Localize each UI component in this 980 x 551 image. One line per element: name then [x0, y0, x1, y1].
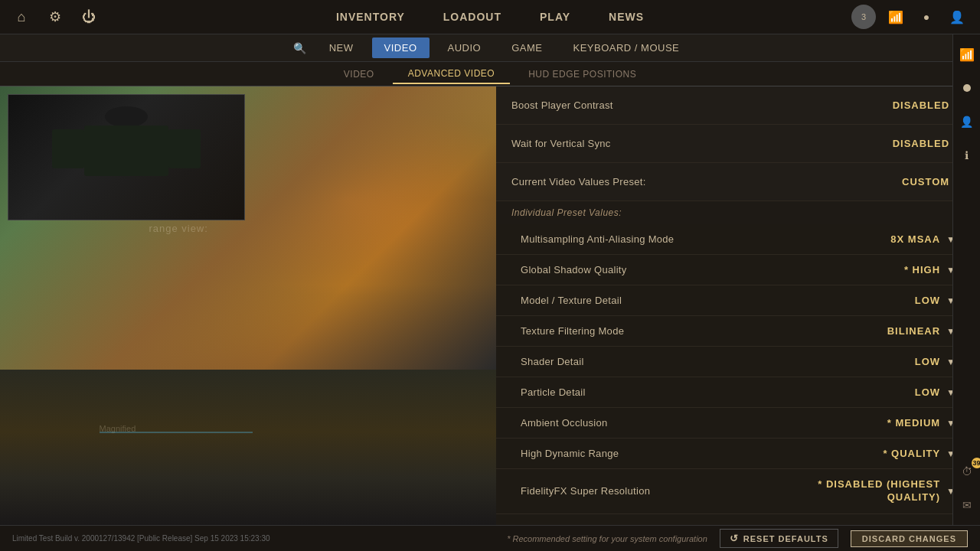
particle-detail-label: Particle Detail — [521, 386, 586, 398]
tab-hud-edge-positions[interactable]: HUD EDGE POSITIONS — [513, 65, 652, 83]
high-dynamic-range-value-container[interactable]: * QUALITY ▼ — [883, 448, 956, 459]
recommended-note: * Recommended setting for your system co… — [507, 534, 707, 543]
sidebar-mail-icon[interactable]: ✉ — [956, 494, 978, 516]
game-screenshot-top: range view: — [0, 86, 496, 370]
fidelityfx-value-container[interactable]: * DISABLED (HIGHEST QUALITY) ▼ — [787, 478, 956, 504]
tab-advanced-video[interactable]: ADVANCED VIDEO — [393, 64, 510, 84]
player-arm-right — [168, 129, 201, 168]
player-scene — [8, 95, 244, 220]
setting-shader-detail[interactable]: Shader Detail LOW ▼ — [496, 347, 980, 377]
power-icon[interactable]: ⏻ — [80, 8, 98, 26]
settings-icon[interactable]: ⚙ — [46, 8, 64, 26]
game-screenshot-bottom: Magnified — [0, 370, 496, 525]
top-nav-menu: INVENTORY LOADOUT PLAY NEWS — [336, 11, 644, 23]
timer-badge: 39 — [972, 458, 981, 468]
settings-panel: Boost Player Contrast DISABLED ▼ Wait fo… — [496, 86, 980, 525]
secondary-nav: 🔍 NEW VIDEO AUDIO GAME KEYBOARD / MOUSE — [0, 34, 980, 62]
settings-list: Boost Player Contrast DISABLED ▼ Wait fo… — [496, 86, 980, 525]
profile-top-icon[interactable]: 👤 — [946, 6, 968, 28]
sidebar-circle-icon[interactable] — [956, 77, 978, 99]
left-panel: range view: Magnified Magnification Mode… — [0, 86, 496, 525]
individual-preset-header: Individual Preset Values: — [496, 201, 980, 224]
player-figure-container — [20, 101, 232, 214]
home-icon[interactable]: ⌂ — [12, 8, 31, 26]
reset-label: RESET DEFAULTS — [743, 534, 828, 543]
shadow-quality-value-container[interactable]: * HIGH ▼ — [904, 264, 956, 276]
sec-nav-audio[interactable]: AUDIO — [436, 37, 494, 58]
wait-vertical-sync-label: Wait for Vertical Sync — [511, 138, 611, 149]
bottom-left: Limited Test Build v. 2000127/13942 [Pub… — [12, 534, 270, 543]
bottom-scene-bg — [0, 370, 496, 525]
sidebar-timer-icon[interactable]: ⏱ 39 — [956, 461, 978, 482]
particle-detail-value-container[interactable]: LOW ▼ — [915, 386, 956, 398]
range-view-label: range view: — [149, 223, 207, 234]
setting-wait-vertical-sync[interactable]: Wait for Vertical Sync DISABLED ▼ — [496, 125, 980, 163]
setting-boost-player-contrast[interactable]: Boost Player Contrast DISABLED ▼ — [496, 86, 980, 125]
discard-changes-button[interactable]: DISCARD CHANGES — [851, 530, 968, 547]
sec-nav-new[interactable]: NEW — [317, 37, 366, 58]
fidelityfx-label: FidelityFX Super Resolution — [521, 485, 650, 497]
setting-video-preset[interactable]: Current Video Values Preset: CUSTOM ▼ — [496, 163, 980, 201]
video-preset-label: Current Video Values Preset: — [511, 176, 646, 187]
avatar[interactable]: 3 — [851, 5, 876, 29]
circle-top-icon[interactable]: ● — [916, 6, 937, 28]
setting-fidelityfx[interactable]: FidelityFX Super Resolution * DISABLED (… — [496, 469, 980, 514]
top-nav-bar: ⌂ ⚙ ⏻ INVENTORY LOADOUT PLAY NEWS 3 📶 ● … — [0, 0, 980, 34]
nav-loadout[interactable]: LOADOUT — [443, 11, 501, 23]
setting-nvidia-reflex[interactable]: NVIDIA Reflex Low Latency DISABLED ▼ — [496, 514, 980, 525]
setting-shadow-quality[interactable]: Global Shadow Quality * HIGH ▼ — [496, 255, 980, 285]
setting-particle-detail[interactable]: Particle Detail LOW ▼ — [496, 377, 980, 408]
ambient-occlusion-label: Ambient Occlusion — [521, 417, 607, 429]
shader-detail-label: Shader Detail — [521, 356, 584, 367]
model-texture-value-container[interactable]: LOW ▼ — [915, 295, 956, 306]
tab-row: VIDEO ADVANCED VIDEO HUD EDGE POSITIONS — [0, 62, 980, 86]
player-overlay — [8, 94, 245, 220]
setting-high-dynamic-range[interactable]: High Dynamic Range * QUALITY ▼ — [496, 439, 980, 469]
main-content: range view: Magnified Magnification Mode… — [0, 86, 980, 525]
msaa-value-container[interactable]: 8X MSAA ▼ — [890, 233, 956, 245]
wifi-top-icon[interactable]: 📶 — [885, 6, 906, 28]
sec-nav-video[interactable]: VIDEO — [372, 37, 430, 58]
shadow-quality-label: Global Shadow Quality — [521, 264, 627, 276]
tab-video[interactable]: VIDEO — [328, 65, 390, 83]
sidebar-profile-icon[interactable]: 👤 — [956, 111, 978, 132]
player-body — [84, 126, 169, 176]
setting-model-texture[interactable]: Model / Texture Detail LOW ▼ — [496, 285, 980, 316]
setting-ambient-occlusion[interactable]: Ambient Occlusion * MEDIUM ▼ — [496, 408, 980, 439]
texture-filtering-value-container[interactable]: BILINEAR ▼ — [887, 325, 956, 337]
sec-nav-keyboard-mouse[interactable]: KEYBOARD / MOUSE — [561, 37, 692, 58]
nav-play[interactable]: PLAY — [540, 11, 570, 23]
shader-detail-value-container[interactable]: LOW ▼ — [915, 356, 956, 367]
right-sidebar: 📶 👤 ℹ ⏱ 39 ✉ — [952, 34, 980, 525]
setting-texture-filtering[interactable]: Texture Filtering Mode BILINEAR ▼ — [496, 316, 980, 347]
sidebar-info-icon[interactable]: ℹ — [956, 145, 978, 166]
search-icon[interactable]: 🔍 — [289, 37, 311, 59]
high-dynamic-range-label: High Dynamic Range — [521, 448, 619, 459]
reset-defaults-button[interactable]: ↺ RESET DEFAULTS — [720, 529, 838, 548]
player-arm-left — [52, 129, 84, 168]
ambient-occlusion-value-container[interactable]: * MEDIUM ▼ — [887, 417, 956, 429]
wait-vertical-sync-text: DISABLED — [893, 138, 949, 149]
top-nav-left-icons: ⌂ ⚙ ⏻ — [12, 8, 98, 26]
screenshot-bg: range view: — [0, 86, 496, 370]
player-head — [105, 106, 147, 126]
nav-news[interactable]: NEWS — [609, 11, 644, 23]
high-dynamic-range-value: * QUALITY — [883, 448, 940, 459]
sec-nav-game[interactable]: GAME — [499, 37, 554, 58]
top-nav-right: 3 📶 ● 👤 — [851, 5, 968, 29]
model-texture-value: LOW — [915, 295, 940, 306]
build-status-text: Limited Test Build v. 2000127/13942 [Pub… — [12, 534, 270, 543]
setting-msaa[interactable]: Multisampling Anti-Aliasing Mode 8X MSAA… — [496, 224, 980, 255]
ambient-occlusion-value: * MEDIUM — [887, 417, 940, 429]
texture-filtering-value: BILINEAR — [887, 325, 940, 337]
shadow-quality-value: * HIGH — [904, 264, 940, 276]
video-preset-text: CUSTOM — [902, 176, 949, 187]
boost-player-contrast-text: DISABLED — [893, 99, 949, 111]
fidelityfx-value: * DISABLED (HIGHEST QUALITY) — [787, 478, 940, 504]
particle-detail-value: LOW — [915, 386, 940, 398]
player-bg — [8, 95, 244, 220]
sidebar-wifi-icon[interactable]: 📶 — [956, 44, 978, 65]
bottom-right: * Recommended setting for your system co… — [507, 529, 968, 548]
model-texture-label: Model / Texture Detail — [521, 295, 622, 306]
nav-inventory[interactable]: INVENTORY — [336, 11, 405, 23]
